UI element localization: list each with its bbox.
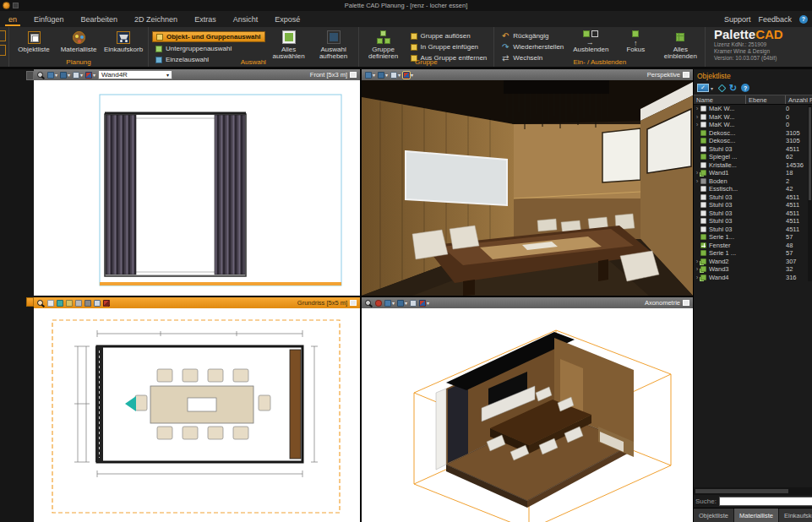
perspective-render[interactable] <box>362 80 693 296</box>
gruppe-definieren-button[interactable]: Gruppe definieren <box>362 29 405 60</box>
wiederherstellen-button[interactable]: ↷ Wiederherstellen <box>498 42 567 52</box>
column-name[interactable]: Name <box>694 95 746 104</box>
panel-tab[interactable]: Einkaufskorb <box>779 508 812 522</box>
maximize-icon[interactable] <box>350 300 357 306</box>
expand-arrow[interactable]: › <box>694 274 700 281</box>
gruppe-aufloesen-button[interactable]: Gruppe auflösen <box>407 31 491 41</box>
axonometrie-canvas[interactable] <box>362 308 693 522</box>
rueckgaengig-button[interactable]: ↶ Rückgängig <box>498 31 567 41</box>
maximize-icon[interactable] <box>683 72 689 78</box>
table-row[interactable]: › Wand1 18 <box>694 169 812 177</box>
zoom-icon[interactable] <box>37 299 45 307</box>
shading-icon[interactable] <box>378 72 384 79</box>
render-style-icon[interactable] <box>403 72 410 79</box>
table-row[interactable]: › Stuhl 03 4511 <box>694 209 812 218</box>
in-gruppe-einfuegen-button[interactable]: In Gruppe einfügen <box>407 42 491 52</box>
front-drawing[interactable] <box>34 80 360 296</box>
expand-arrow[interactable]: › <box>694 121 700 128</box>
table-row[interactable]: › MaK W... 0 <box>694 113 812 122</box>
table-row[interactable]: › Stuhl 03 4511 <box>694 226 812 234</box>
panel-tab[interactable]: Materialliste <box>734 508 779 522</box>
table-row[interactable]: › Wand3 32 <box>694 265 812 274</box>
table-row[interactable]: › Stuhl 03 4511 <box>694 193 812 202</box>
dropdown-caret-icon[interactable]: ▾ <box>711 85 713 91</box>
vertical-scrollbar[interactable] <box>808 106 812 281</box>
view-mode-icon[interactable] <box>47 72 54 79</box>
menu-tab[interactable]: 2D Zeichnen <box>126 11 186 27</box>
menu-tab[interactable]: Einfügen <box>25 11 73 27</box>
floorplan-drawing[interactable] <box>34 308 360 522</box>
view-mode-icon[interactable] <box>384 300 391 307</box>
expand-arrow[interactable]: › <box>694 113 700 121</box>
column-ebene[interactable]: Ebene <box>746 95 786 104</box>
shading-icon[interactable] <box>60 72 67 79</box>
grid-icon[interactable] <box>66 300 73 307</box>
alles-einblenden-button[interactable]: Alles einblenden <box>659 29 701 60</box>
table-row[interactable]: › Boden 2 <box>694 177 812 186</box>
expand-arrow[interactable]: › <box>694 169 700 177</box>
cabinet[interactable] <box>290 350 301 459</box>
table-row[interactable]: › Dekosc... 3105 <box>694 129 812 138</box>
curtain-left[interactable] <box>106 115 136 275</box>
zoom-icon[interactable] <box>365 299 373 307</box>
einkaufskorb-button[interactable]: Einkaufskorb <box>102 29 144 53</box>
view-mode-icon[interactable] <box>365 72 372 79</box>
list-icon[interactable] <box>47 300 54 307</box>
expand-arrow[interactable]: › <box>694 177 700 185</box>
column-3d[interactable] <box>436 389 446 470</box>
objektliste-button[interactable]: Objektliste <box>13 29 55 53</box>
cutoff-icon[interactable] <box>0 45 6 56</box>
grundriss-canvas[interactable] <box>34 308 360 522</box>
table-row[interactable]: › Serie 1... 57 <box>694 233 812 242</box>
menu-tab[interactable]: Exposé <box>266 11 308 27</box>
wall-mirror[interactable] <box>406 151 507 205</box>
floor-line[interactable] <box>100 282 341 285</box>
table-row[interactable]: › Kristalle... 14536 <box>694 161 812 170</box>
measure-icon[interactable] <box>75 300 82 307</box>
viewport-menu-button[interactable] <box>26 71 34 80</box>
display-options-icon[interactable]: ✓ <box>697 84 709 92</box>
table-row[interactable]: › Dekosc... 3105 <box>694 137 812 145</box>
horizontal-scrollbar[interactable] <box>694 487 812 495</box>
wall-select[interactable]: Wand4R▾ <box>98 70 172 79</box>
render-style-icon[interactable] <box>85 72 92 79</box>
table-row[interactable]: › Stuhl 03 4511 <box>694 201 812 209</box>
help-icon[interactable]: ? <box>799 15 808 24</box>
perspective-canvas[interactable] <box>362 80 693 296</box>
viewport-menu-button-active[interactable] <box>26 297 34 307</box>
shading-icon[interactable] <box>397 300 404 307</box>
table-row[interactable]: › MaK W... 0 <box>694 121 812 129</box>
table-row[interactable]: › Esstisch... 42 <box>694 185 812 193</box>
expand-arrow[interactable]: › <box>694 258 700 265</box>
front-canvas[interactable] <box>34 80 360 296</box>
panel-help-icon[interactable]: ? <box>741 84 749 92</box>
render-style-icon[interactable] <box>103 300 110 307</box>
table-row[interactable]: › Stuhl 03 4511 <box>694 145 812 154</box>
table-row[interactable]: › Fenster 48 <box>694 242 812 250</box>
cutoff-icon[interactable] <box>0 30 6 41</box>
support-link[interactable]: Support <box>724 15 751 24</box>
expand-arrow[interactable]: › <box>694 105 700 112</box>
feedback-link[interactable]: Feedback <box>758 15 792 24</box>
tag-icon[interactable] <box>718 84 727 92</box>
menu-tab[interactable]: Extras <box>186 11 225 27</box>
materialliste-button[interactable]: Materialliste <box>57 29 100 53</box>
alles-auswaehlen-button[interactable]: Alles auswählen <box>268 29 310 60</box>
ausblenden-button[interactable]: → Ausblenden <box>569 29 612 53</box>
cube-view-icon[interactable] <box>73 72 79 79</box>
table-row[interactable]: › Spiegel ... 62 <box>694 153 812 161</box>
wall-curtain-left[interactable] <box>95 346 103 462</box>
refresh-icon[interactable]: ↻ <box>729 84 737 92</box>
panel-tab[interactable]: Objektliste <box>694 508 734 522</box>
table-row[interactable]: › Wand2 307 <box>694 258 812 266</box>
axonometric-drawing[interactable] <box>362 308 693 522</box>
search-input[interactable] <box>719 497 812 506</box>
fokus-button[interactable]: ↑ Fokus <box>614 29 657 53</box>
auswahl-aufheben-button[interactable]: Auswahl aufheben <box>313 29 355 60</box>
chandelier[interactable] <box>504 80 609 94</box>
record-icon[interactable] <box>375 300 382 307</box>
render-style-icon[interactable] <box>419 300 426 307</box>
expand-arrow[interactable]: › <box>694 265 700 273</box>
maximize-icon[interactable] <box>350 72 357 78</box>
table-row[interactable]: › Serie 1 ... 57 <box>694 249 812 258</box>
